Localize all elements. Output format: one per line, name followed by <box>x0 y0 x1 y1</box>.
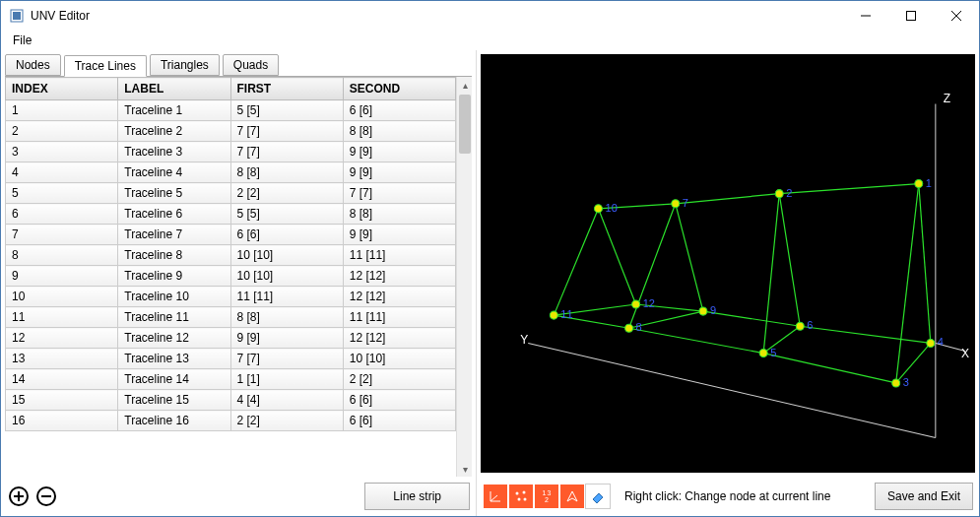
cell-label[interactable]: Traceline 15 <box>118 390 230 411</box>
maximize-button[interactable] <box>888 1 934 31</box>
trace-lines-table[interactable]: INDEX LABEL FIRST SECOND 1Traceline 15 [… <box>5 77 456 477</box>
cell-first[interactable]: 7 [7] <box>230 142 343 162</box>
tool-points-icon[interactable] <box>508 484 534 509</box>
cell-label[interactable]: Traceline 9 <box>118 266 230 287</box>
cell-index[interactable]: 3 <box>6 142 118 162</box>
cell-first[interactable]: 10 [10] <box>230 245 343 266</box>
cell-second[interactable]: 12 [12] <box>343 328 455 349</box>
scroll-thumb[interactable] <box>459 95 471 154</box>
cell-index[interactable]: 6 <box>6 204 118 225</box>
tool-numbers-icon[interactable]: 132 <box>534 484 559 509</box>
cell-label[interactable]: Traceline 5 <box>118 183 230 204</box>
col-header-label[interactable]: LABEL <box>118 78 230 100</box>
col-header-second[interactable]: SECOND <box>343 78 455 100</box>
menu-file[interactable]: File <box>9 33 35 47</box>
save-and-exit-button[interactable]: Save and Exit <box>875 483 973 510</box>
cell-first[interactable]: 4 [4] <box>230 390 343 411</box>
table-row[interactable]: 8Traceline 810 [10]11 [11] <box>6 245 456 266</box>
cell-index[interactable]: 7 <box>6 225 118 245</box>
cell-first[interactable]: 10 [10] <box>230 266 343 287</box>
table-row[interactable]: 7Traceline 76 [6]9 [9] <box>6 225 456 245</box>
cell-label[interactable]: Traceline 13 <box>118 349 230 369</box>
table-row[interactable]: 4Traceline 48 [8]9 [9] <box>6 162 456 183</box>
3d-viewport[interactable]: ZXY123456789101112 <box>481 54 975 473</box>
cell-index[interactable]: 8 <box>6 245 118 266</box>
cell-label[interactable]: Traceline 12 <box>118 328 230 349</box>
line-strip-button[interactable]: Line strip <box>364 483 470 510</box>
cell-first[interactable]: 2 [2] <box>230 411 343 431</box>
table-row[interactable]: 5Traceline 52 [2]7 [7] <box>6 183 456 204</box>
cell-first[interactable]: 11 [11] <box>230 287 343 307</box>
table-row[interactable]: 1Traceline 15 [5]6 [6] <box>6 100 456 121</box>
cell-index[interactable]: 15 <box>6 390 118 411</box>
remove-row-button[interactable] <box>34 485 58 508</box>
cell-index[interactable]: 10 <box>6 287 118 307</box>
tab-triangles[interactable]: Triangles <box>150 54 220 76</box>
cell-label[interactable]: Traceline 16 <box>118 411 230 431</box>
cell-first[interactable]: 6 [6] <box>230 225 343 245</box>
col-header-first[interactable]: FIRST <box>230 78 343 100</box>
table-row[interactable]: 13Traceline 137 [7]10 [10] <box>6 349 456 369</box>
add-row-button[interactable] <box>7 485 31 508</box>
table-row[interactable]: 15Traceline 154 [4]6 [6] <box>6 390 456 411</box>
cell-index[interactable]: 14 <box>6 369 118 390</box>
cell-index[interactable]: 2 <box>6 121 118 142</box>
scroll-down-icon[interactable]: ▾ <box>457 461 473 477</box>
table-row[interactable]: 10Traceline 1011 [11]12 [12] <box>6 287 456 307</box>
cell-first[interactable]: 5 [5] <box>230 100 343 121</box>
table-row[interactable]: 6Traceline 65 [5]8 [8] <box>6 204 456 225</box>
cell-second[interactable]: 6 [6] <box>343 100 455 121</box>
close-button[interactable] <box>934 1 979 31</box>
cell-first[interactable]: 8 [8] <box>230 162 343 183</box>
cell-index[interactable]: 1 <box>6 100 118 121</box>
cell-second[interactable]: 2 [2] <box>343 369 455 390</box>
cell-first[interactable]: 5 [5] <box>230 204 343 225</box>
cell-second[interactable]: 7 [7] <box>343 183 455 204</box>
table-row[interactable]: 3Traceline 37 [7]9 [9] <box>6 142 456 162</box>
minimize-button[interactable] <box>843 1 888 31</box>
cell-index[interactable]: 4 <box>6 162 118 183</box>
cell-index[interactable]: 9 <box>6 266 118 287</box>
cell-label[interactable]: Traceline 10 <box>118 287 230 307</box>
cell-second[interactable]: 9 [9] <box>343 142 455 162</box>
tool-shape-icon[interactable] <box>559 484 585 509</box>
table-row[interactable]: 16Traceline 162 [2]6 [6] <box>6 411 456 431</box>
cell-second[interactable]: 12 [12] <box>343 287 455 307</box>
cell-label[interactable]: Traceline 4 <box>118 162 230 183</box>
cell-label[interactable]: Traceline 1 <box>118 100 230 121</box>
table-row[interactable]: 2Traceline 27 [7]8 [8] <box>6 121 456 142</box>
cell-first[interactable]: 7 [7] <box>230 121 343 142</box>
cell-second[interactable]: 9 [9] <box>343 225 455 245</box>
cell-second[interactable]: 11 [11] <box>343 307 455 328</box>
cell-index[interactable]: 12 <box>6 328 118 349</box>
cell-index[interactable]: 16 <box>6 411 118 431</box>
cell-second[interactable]: 10 [10] <box>343 349 455 369</box>
table-row[interactable]: 14Traceline 141 [1]2 [2] <box>6 369 456 390</box>
cell-label[interactable]: Traceline 2 <box>118 121 230 142</box>
cell-index[interactable]: 11 <box>6 307 118 328</box>
col-header-index[interactable]: INDEX <box>6 78 118 100</box>
cell-second[interactable]: 11 [11] <box>343 245 455 266</box>
cell-label[interactable]: Traceline 8 <box>118 245 230 266</box>
scroll-up-icon[interactable]: ▴ <box>457 77 473 93</box>
cell-label[interactable]: Traceline 6 <box>118 204 230 225</box>
cell-first[interactable]: 2 [2] <box>230 183 343 204</box>
cell-second[interactable]: 8 [8] <box>343 204 455 225</box>
cell-second[interactable]: 9 [9] <box>343 162 455 183</box>
cell-label[interactable]: Traceline 14 <box>118 369 230 390</box>
cell-index[interactable]: 13 <box>6 349 118 369</box>
tool-axes-icon[interactable] <box>483 484 508 509</box>
tab-nodes[interactable]: Nodes <box>5 54 61 76</box>
cell-second[interactable]: 8 [8] <box>343 121 455 142</box>
cell-first[interactable]: 8 [8] <box>230 307 343 328</box>
cell-label[interactable]: Traceline 3 <box>118 142 230 162</box>
tab-trace-lines[interactable]: Trace Lines <box>64 55 147 77</box>
cell-second[interactable]: 6 [6] <box>343 390 455 411</box>
cell-second[interactable]: 6 [6] <box>343 411 455 431</box>
cell-second[interactable]: 12 [12] <box>343 266 455 287</box>
tool-eraser-icon[interactable] <box>585 484 611 509</box>
cell-first[interactable]: 1 [1] <box>230 369 343 390</box>
cell-label[interactable]: Traceline 7 <box>118 225 230 245</box>
table-scrollbar[interactable]: ▴ ▾ <box>456 77 472 477</box>
table-row[interactable]: 9Traceline 910 [10]12 [12] <box>6 266 456 287</box>
